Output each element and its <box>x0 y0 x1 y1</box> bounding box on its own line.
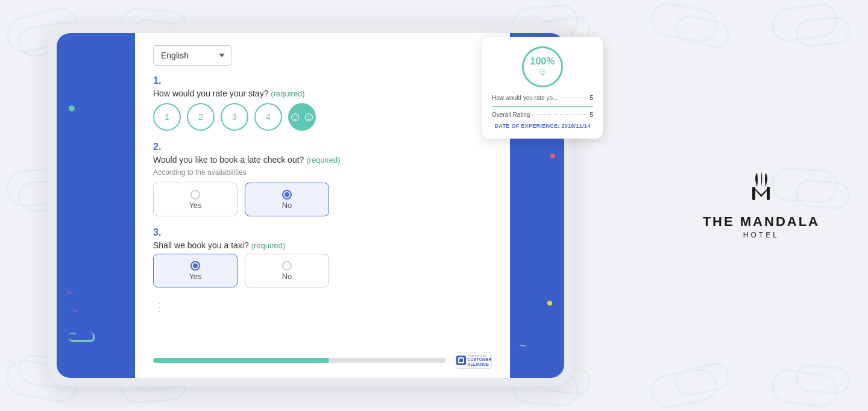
question-1-block: 1. How would you rate your stay? (requir… <box>153 75 492 131</box>
star-1[interactable]: 1 <box>153 103 181 131</box>
review-overall-row: Overall Rating 5 <box>492 111 593 118</box>
star-3[interactable]: 3 <box>221 103 248 131</box>
question-2-block: 2. Would you like to book a late check o… <box>153 142 492 216</box>
brand-area: THE MANDALA HOTEL <box>703 172 820 239</box>
q2-no-radio <box>282 190 292 199</box>
ca-brand-name: CUSTOMERALLIANCE <box>468 357 492 368</box>
review-smiley: ☺ <box>538 66 547 77</box>
ca-text: Powered by CUSTOMERALLIANCE <box>468 354 492 368</box>
review-date: DATE OF EXPERIENCE: 2018/11/14 <box>492 123 593 129</box>
review-row-1: How would you rate yo... 5 <box>492 95 593 101</box>
review-dots-overall <box>532 115 587 115</box>
question-3-text: Shall we book you a taxi? (required) <box>153 240 492 250</box>
q3-no-option[interactable]: No <box>245 254 329 287</box>
three-dots: ⋮ <box>153 300 492 314</box>
ca-icon-inner <box>458 357 464 363</box>
progress-bar-fill <box>153 358 329 363</box>
question-1-number: 1. <box>153 75 492 86</box>
review-percent-circle: 100% ☺ <box>522 46 563 87</box>
review-card: 100% ☺ How would you rate yo... 5 Overal… <box>482 37 603 139</box>
question-3-options: Yes No <box>153 254 492 287</box>
q2-yes-label: Yes <box>189 201 201 210</box>
ca-icon <box>456 356 466 365</box>
review-dots-1 <box>561 98 588 98</box>
powered-by: Powered by CUSTOMERALLIANCE <box>456 352 492 369</box>
brand-logo-icon <box>740 172 782 208</box>
ca-logo: Powered by CUSTOMERALLIANCE <box>456 352 492 369</box>
star-5[interactable]: ☺ <box>288 103 316 131</box>
brand-name: THE MANDALA <box>703 214 820 230</box>
decorative-dot-yellow <box>547 301 552 306</box>
sidebar-left: ~ ~ <box>57 33 135 378</box>
decorative-wave-red: ~ <box>64 285 74 300</box>
q2-no-option[interactable]: No <box>245 183 329 216</box>
q3-yes-radio <box>190 261 200 271</box>
page-wrapper: ~ ~ EnglishGermanFrenchSpanish 1. How wo… <box>0 0 868 411</box>
progress-section: Powered by CUSTOMERALLIANCE <box>153 352 492 369</box>
q3-yes-option[interactable]: Yes <box>153 254 237 287</box>
content-area: EnglishGermanFrenchSpanish 1. How would … <box>135 33 510 378</box>
q3-yes-label: Yes <box>189 272 201 281</box>
language-select[interactable]: EnglishGermanFrenchSpanish <box>153 45 231 66</box>
star-4[interactable]: 4 <box>254 103 282 131</box>
question-3-block: 3. Shall we book you a taxi? (required) … <box>153 227 492 287</box>
question-2-options: Yes No <box>153 183 492 216</box>
decorative-wave-green: ~ <box>69 326 77 342</box>
survey-container: ~ ~ EnglishGermanFrenchSpanish 1. How wo… <box>48 25 573 386</box>
decorative-dot-red <box>550 154 555 158</box>
review-divider <box>492 106 593 107</box>
question-2-text: Would you like to book a late check out?… <box>153 155 492 165</box>
star-2[interactable]: 2 <box>187 103 215 131</box>
language-selector-wrapper: EnglishGermanFrenchSpanish <box>153 45 492 66</box>
star-rating[interactable]: 1 2 3 4 ☺ <box>153 103 492 131</box>
q3-no-label: No <box>282 272 292 281</box>
question-1-text: How would you rate your stay? (required) <box>153 89 492 98</box>
question-3-required: (required) <box>251 241 285 250</box>
decorative-wave-right: ~ <box>519 338 527 354</box>
q2-yes-option[interactable]: Yes <box>153 183 237 216</box>
question-2-number: 2. <box>153 142 492 152</box>
review-percent: 100% <box>530 57 555 66</box>
q2-yes-radio <box>190 190 200 199</box>
q3-no-radio <box>282 261 292 271</box>
review-overall-label: Overall Rating <box>492 111 530 118</box>
decorative-dot-green <box>69 105 75 111</box>
question-2-required: (required) <box>306 155 340 165</box>
review-row-1-score: 5 <box>590 95 593 101</box>
progress-bar-background <box>153 358 446 363</box>
brand-sub: HOTEL <box>743 231 779 239</box>
review-row-1-label: How would you rate yo... <box>492 95 558 101</box>
review-overall-score: 5 <box>590 111 593 118</box>
question-3-number: 3. <box>153 227 492 238</box>
q2-no-label: No <box>282 201 292 210</box>
question-2-subtitle: According to the availabilities <box>153 168 492 177</box>
question-1-required: (required) <box>271 89 304 98</box>
